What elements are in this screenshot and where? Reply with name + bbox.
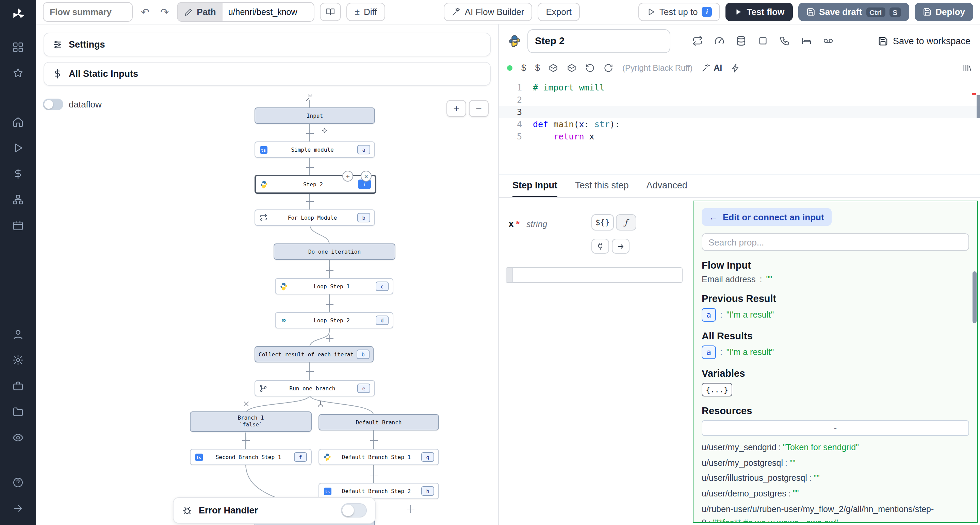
- add-step-circle-button[interactable]: +: [342, 171, 353, 182]
- step-title-input[interactable]: [527, 29, 670, 53]
- resource-row[interactable]: u/ruben-user/u/ruben-user/my_flow_2/g/al…: [702, 502, 969, 523]
- flow-node-default-branch[interactable]: Default Branch: [318, 414, 439, 430]
- flow-input-row[interactable]: Email address : "": [702, 275, 969, 284]
- resource-row[interactable]: u/user/illustrious_postgresql:"": [702, 472, 969, 485]
- move-cross-icon[interactable]: [306, 130, 314, 137]
- move-cross-icon[interactable]: [306, 198, 314, 205]
- apps-grid-icon[interactable]: [6, 37, 30, 57]
- flow-node-collect-result[interactable]: Collect result of each iteration b: [255, 346, 374, 362]
- edit-or-connect-button[interactable]: ← Edit or connect an input: [702, 208, 832, 226]
- flow-node-default-branch-step-1[interactable]: Default Branch Step 1 g: [318, 449, 439, 465]
- connect-panel-scrollbar[interactable]: [972, 271, 977, 323]
- zoom-in-button[interactable]: +: [447, 100, 466, 117]
- tab-test-this-step[interactable]: Test this step: [575, 175, 629, 197]
- schedules-calendar-icon[interactable]: [6, 215, 30, 235]
- move-cross-icon[interactable]: [370, 471, 378, 479]
- flow-node-run-one-branch[interactable]: Run one branch e: [255, 380, 375, 397]
- sparkle-icon[interactable]: [321, 127, 329, 135]
- concurrency-gauge-icon[interactable]: [714, 35, 725, 46]
- argument-value-input[interactable]: [506, 267, 682, 283]
- move-cross-icon[interactable]: [306, 368, 314, 375]
- flow-node-branch-1[interactable]: Branch 1 `false`: [190, 411, 312, 432]
- dataflow-toggle[interactable]: [43, 98, 63, 110]
- plug-icon-button[interactable]: [592, 239, 609, 254]
- flow-node-do-one-iteration[interactable]: Do one iteration: [274, 243, 395, 260]
- ai-wand-icon[interactable]: [305, 94, 313, 102]
- collapse-arrow-icon[interactable]: [6, 498, 30, 518]
- resource-row[interactable]: u/user/demo_postgres:"": [702, 487, 969, 501]
- help-icon[interactable]: [6, 472, 30, 492]
- flow-node-second-branch-step-1[interactable]: ts Second Branch Step 1 f: [190, 449, 312, 465]
- flow-node-loop-step-2[interactable]: ∞ Loop Step 2 d: [275, 312, 393, 328]
- resource-picker-icon[interactable]: $: [535, 63, 540, 73]
- export-button[interactable]: Export: [538, 3, 580, 21]
- mock-voicemail-icon[interactable]: [823, 35, 834, 46]
- function-mode-button[interactable]: ƒ: [616, 214, 636, 230]
- deploy-button[interactable]: Deploy: [914, 3, 973, 21]
- package-icon[interactable]: [567, 63, 577, 73]
- search-prop-input[interactable]: [702, 233, 969, 251]
- settings-gear-icon[interactable]: [6, 349, 30, 370]
- flow-node-loop-step-1[interactable]: Loop Step 1 c: [275, 278, 393, 295]
- code-editor[interactable]: 1# import wmill234def main(x: str):5 ret…: [499, 78, 980, 174]
- test-up-to-button[interactable]: Test up to i: [638, 3, 721, 21]
- code-line[interactable]: 4def main(x: str):: [499, 118, 980, 130]
- undo-button[interactable]: ↶: [138, 3, 152, 21]
- remove-step-circle-button[interactable]: ×: [361, 171, 372, 182]
- path-input[interactable]: [223, 3, 314, 21]
- suspend-phone-icon[interactable]: [779, 35, 790, 46]
- all-results-row[interactable]: a : "I'm a result": [702, 346, 969, 359]
- workers-briefcase-icon[interactable]: [6, 375, 30, 396]
- all-static-inputs-bar[interactable]: All Static Inputs: [43, 62, 491, 86]
- variables-object-badge[interactable]: {...}: [702, 383, 732, 397]
- resource-row[interactable]: u/user/my_postgresql:"": [702, 456, 969, 470]
- runs-play-icon[interactable]: [6, 137, 30, 158]
- flow-node-step-2[interactable]: Step 2 i: [255, 175, 376, 194]
- resources-hub-icon[interactable]: [6, 189, 30, 209]
- settings-bar[interactable]: Settings: [43, 33, 491, 56]
- move-cross-icon[interactable]: [326, 335, 334, 342]
- flow-node-simple-module[interactable]: ts Simple module a: [255, 141, 375, 158]
- close-x-icon[interactable]: [242, 400, 250, 408]
- code-line[interactable]: 1# import wmill: [499, 82, 980, 94]
- move-cross-icon[interactable]: [326, 301, 334, 308]
- home-icon[interactable]: [6, 111, 30, 132]
- variables-dollar-icon[interactable]: [6, 163, 30, 184]
- test-flow-button[interactable]: Test flow: [726, 3, 793, 21]
- save-to-workspace-button[interactable]: Save to workspace: [878, 36, 970, 46]
- add-branch-icon[interactable]: [317, 400, 325, 408]
- editor-scrollbar[interactable]: [977, 95, 980, 118]
- lightning-bolt-icon[interactable]: [731, 63, 740, 73]
- code-line[interactable]: 2: [499, 94, 980, 106]
- error-handler-toggle[interactable]: [341, 503, 367, 517]
- flow-node-input[interactable]: Input: [255, 108, 375, 124]
- windmill-logo-icon[interactable]: [11, 7, 25, 22]
- resource-row[interactable]: u/user/my_sendgrid:"Token for sendgrid": [702, 441, 969, 455]
- arrow-right-button[interactable]: [612, 239, 630, 254]
- save-draft-button[interactable]: Save draft Ctrl S: [798, 3, 909, 21]
- diff-button[interactable]: ± Diff: [347, 3, 385, 21]
- variable-picker-icon[interactable]: $: [521, 63, 526, 73]
- tab-step-input[interactable]: Step Input: [512, 175, 557, 197]
- move-cross-icon[interactable]: [407, 505, 414, 513]
- tab-advanced[interactable]: Advanced: [646, 175, 687, 197]
- previous-result-row[interactable]: a : "I'm a result": [702, 308, 969, 322]
- variables-row[interactable]: {...}: [702, 383, 969, 397]
- favorites-star-icon[interactable]: [6, 63, 30, 83]
- flow-node-for-loop[interactable]: For Loop Module b: [255, 209, 375, 226]
- audit-eye-icon[interactable]: [6, 427, 30, 447]
- expression-mode-button[interactable]: ${}: [592, 214, 614, 230]
- move-cross-icon[interactable]: [306, 164, 314, 171]
- library-panel-icon[interactable]: [962, 63, 972, 73]
- ai-assistant-button[interactable]: AI: [701, 63, 722, 73]
- move-cross-icon[interactable]: [242, 436, 250, 444]
- folders-icon[interactable]: [6, 401, 30, 422]
- result-key-badge[interactable]: a: [702, 346, 716, 359]
- code-line[interactable]: 5 return x: [499, 130, 980, 143]
- ai-flow-builder-button[interactable]: AI Flow Builder: [444, 3, 533, 21]
- result-key-badge[interactable]: a: [702, 308, 716, 322]
- reload-cw-icon[interactable]: [604, 63, 614, 73]
- package-icon[interactable]: [549, 63, 558, 73]
- flow-node-default-branch-step-2[interactable]: ts Default Branch Step 2 h: [318, 483, 439, 499]
- code-line[interactable]: 3: [499, 106, 980, 118]
